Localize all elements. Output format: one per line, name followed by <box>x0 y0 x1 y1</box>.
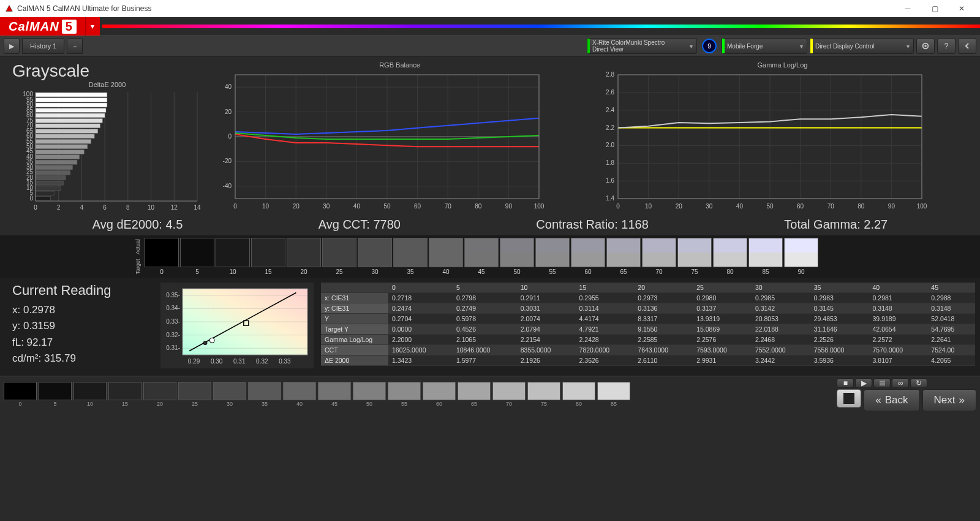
footer-swatch-0[interactable]: 0 <box>4 382 37 407</box>
footer-swatch-10[interactable]: 10 <box>74 382 107 407</box>
svg-marker-0 <box>6 6 13 12</box>
meter-line2: Direct View <box>592 46 665 53</box>
swatch-90: 90 <box>784 238 818 275</box>
svg-text:0: 0 <box>616 203 620 210</box>
reading-title: Current Reading <box>12 283 153 299</box>
swatch-15: 15 <box>251 238 285 275</box>
swatch-60: 60 <box>571 238 605 275</box>
svg-rect-32 <box>36 165 72 170</box>
svg-rect-48 <box>36 124 100 128</box>
infinity-button[interactable]: ∞ <box>892 378 909 388</box>
footer-swatch-35[interactable]: 35 <box>248 382 281 407</box>
svg-rect-28 <box>36 176 66 180</box>
data-table: 051015202530354045x: CIE310.27180.27980.… <box>321 283 975 373</box>
table-row: CCT16025.000010846.00008355.00007820.000… <box>321 345 975 356</box>
footer-swatch-25[interactable]: 25 <box>178 382 211 407</box>
next-button[interactable]: Next » <box>922 389 976 411</box>
help-icon: ? <box>944 42 949 50</box>
swatch-55: 55 <box>535 238 570 275</box>
metrics-row: Avg dE2000: 4.5 Avg CCT: 7780 Contrast R… <box>12 218 968 232</box>
help-button[interactable]: ? <box>937 38 956 54</box>
swatch-5: 5 <box>180 238 214 275</box>
list-button[interactable] <box>873 378 891 388</box>
svg-text:0: 0 <box>34 204 37 211</box>
brand-menu-button[interactable]: ▾ <box>85 17 100 36</box>
footer-swatch-65[interactable]: 65 <box>458 382 491 407</box>
swatch-0: 0 <box>145 238 179 275</box>
brand-name: CalMAN <box>9 20 59 34</box>
grayscale-swatches: Target Actual 05101520253035404550556065… <box>0 235 980 278</box>
tab-history[interactable]: History 1 <box>22 38 64 54</box>
svg-text:6: 6 <box>103 204 107 211</box>
footer-swatch-15[interactable]: 15 <box>108 382 141 407</box>
svg-rect-22 <box>36 191 54 196</box>
cie-chart: 0.31-0.32-0.33-0.34-0.35-0.290.300.310.3… <box>163 285 311 366</box>
gear-icon <box>921 42 930 50</box>
footer-swatch-75[interactable]: 75 <box>527 382 560 407</box>
back-button[interactable]: « Back <box>864 389 919 411</box>
source-dropdown[interactable]: Mobile Forge ▾ <box>722 38 807 54</box>
svg-text:0.33: 0.33 <box>279 358 291 365</box>
display-dropdown[interactable]: Direct Display Control ▾ <box>810 38 914 54</box>
footer-swatch-60[interactable]: 60 <box>423 382 456 407</box>
footer-swatch-85[interactable]: 85 <box>597 382 630 407</box>
stop-small-button[interactable]: ■ <box>837 378 854 388</box>
svg-text:80: 80 <box>475 203 482 210</box>
svg-text:1.8: 1.8 <box>606 159 614 166</box>
current-reading-panel: Current Reading x: 0.2978 y: 0.3159 fL: … <box>12 283 153 373</box>
svg-text:90: 90 <box>505 203 513 210</box>
swatch-85: 85 <box>748 238 783 275</box>
rgb-balance-panel: RGB Balance -40-200204001020304050607080… <box>214 61 585 213</box>
svg-text:10: 10 <box>645 203 652 210</box>
chevron-left-icon <box>964 43 970 49</box>
svg-text:90: 90 <box>888 203 895 210</box>
footer-swatch-55[interactable]: 55 <box>388 382 421 407</box>
table-row: Gamma Log/Log2.20002.10652.21542.24282.2… <box>321 335 975 345</box>
meter-dropdown[interactable]: X-Rite ColorMunki Spectro Direct View ▾ <box>587 38 697 54</box>
status-bar-green <box>587 39 590 53</box>
reading-x: x: 0.2978 <box>12 302 153 318</box>
svg-text:20: 20 <box>293 203 300 210</box>
footer-swatch-50[interactable]: 50 <box>353 382 386 407</box>
minimize-button[interactable]: ─ <box>894 0 921 17</box>
app-header: CalMAN 5 ▾ <box>0 17 980 36</box>
expand-button[interactable] <box>958 38 976 54</box>
svg-point-3 <box>924 45 927 47</box>
main-content: Grayscale DeltaE 2000 024681012140510152… <box>0 56 980 235</box>
stop-large-button[interactable] <box>837 389 861 408</box>
svg-rect-40 <box>36 145 88 149</box>
svg-text:2.8: 2.8 <box>606 71 614 78</box>
footer-swatch-20[interactable]: 20 <box>143 382 176 407</box>
svg-text:70: 70 <box>445 203 452 210</box>
footer-swatch-70[interactable]: 70 <box>492 382 526 407</box>
svg-text:0.32-: 0.32- <box>166 332 180 338</box>
footer-swatch-40[interactable]: 40 <box>283 382 316 407</box>
footer-swatch-45[interactable]: 45 <box>318 382 351 407</box>
status-bar-yellow <box>810 39 813 53</box>
footer-swatch-80[interactable]: 80 <box>562 382 595 407</box>
svg-text:10: 10 <box>262 203 270 210</box>
metric-avg-cct: Avg CCT: 7780 <box>318 218 401 232</box>
next-label: Next <box>934 394 956 406</box>
maximize-button[interactable]: ▢ <box>921 0 948 17</box>
settings-button[interactable] <box>916 38 935 54</box>
chevron-left-icon: « <box>875 394 881 406</box>
footer-swatch-5[interactable]: 5 <box>39 382 72 407</box>
svg-text:10: 10 <box>148 204 155 211</box>
back-label: Back <box>885 394 908 406</box>
play-button[interactable]: ▶ <box>4 38 20 54</box>
refresh-button[interactable]: ↻ <box>910 378 927 388</box>
play-small-button[interactable]: ▶ <box>855 378 872 388</box>
svg-text:40: 40 <box>736 203 744 210</box>
svg-rect-52 <box>36 113 105 118</box>
reading-count-badge[interactable]: 9 <box>702 39 717 53</box>
footer-controls: 0510152025303540455055606570758085 ■ ▶ ∞… <box>0 376 980 413</box>
tab-add-button[interactable]: + <box>67 38 83 54</box>
svg-text:80: 80 <box>858 203 865 210</box>
close-button[interactable]: ✕ <box>948 0 975 17</box>
footer-swatch-30[interactable]: 30 <box>213 382 246 407</box>
chevron-down-icon: ▾ <box>907 43 910 50</box>
chevron-down-icon: ▾ <box>690 43 693 50</box>
svg-text:0.33-: 0.33- <box>166 318 180 325</box>
svg-rect-30 <box>36 170 70 175</box>
